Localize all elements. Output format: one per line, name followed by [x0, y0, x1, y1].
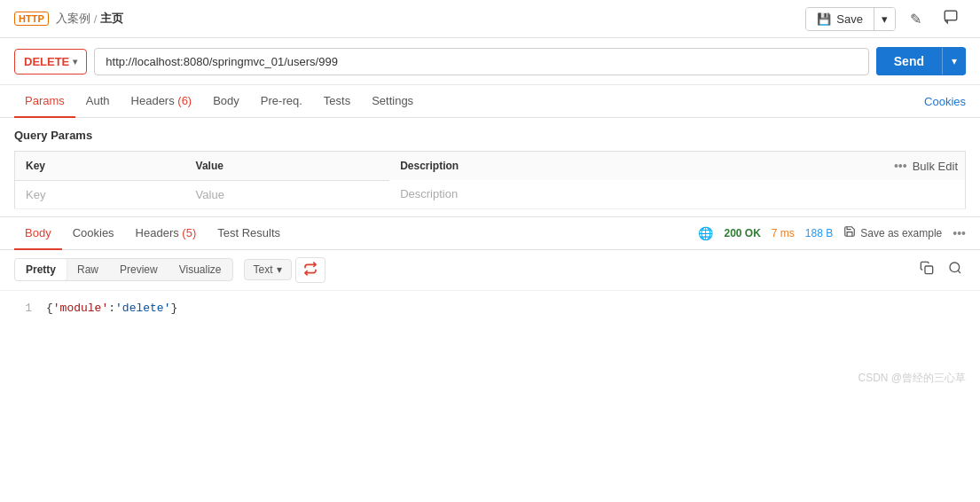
- key-placeholder: Key: [26, 188, 45, 201]
- url-input-wrapper: [94, 48, 868, 75]
- response-section: Body Cookies Headers (5) Test Results 🌐 …: [0, 216, 980, 362]
- res-tab-cookies-label: Cookies: [73, 226, 114, 239]
- wrap-icon: [303, 264, 318, 278]
- res-actions: [916, 257, 966, 282]
- type-label: Text: [254, 263, 273, 276]
- format-preview-button[interactable]: Preview: [109, 259, 169, 280]
- tab-body-label: Body: [213, 94, 239, 107]
- response-time: 7 ms: [772, 227, 795, 239]
- url-bar: DELETE ▾ Send ▾: [0, 38, 980, 85]
- code-line-1: 1 {'module':'delete'}: [14, 302, 966, 315]
- comment-button[interactable]: [936, 5, 966, 32]
- res-tab-headers-label: Headers (5): [136, 226, 197, 239]
- col-value: Value: [185, 152, 390, 181]
- svg-line-3: [958, 271, 960, 273]
- edit-button[interactable]: ✎: [903, 7, 929, 31]
- search-button[interactable]: [945, 257, 966, 282]
- value-cell: Value: [185, 180, 390, 208]
- wrap-button[interactable]: [295, 257, 325, 283]
- response-more-button[interactable]: •••: [953, 226, 966, 240]
- col-key: Key: [15, 152, 185, 181]
- res-tab-body-label: Body: [25, 226, 51, 239]
- svg-rect-0: [945, 11, 957, 20]
- tab-headers-label: Headers (6): [131, 94, 192, 107]
- col-desc-label: Description: [400, 160, 459, 172]
- save-floppy-icon: 💾: [817, 12, 831, 26]
- desc-placeholder: Description: [400, 187, 458, 200]
- save-example-button[interactable]: Save as example: [843, 225, 942, 240]
- desc-cell: Description: [389, 180, 965, 208]
- res-tab-body[interactable]: Body: [14, 217, 62, 250]
- params-table: Key Value Description ••• Bulk Edit Key …: [14, 151, 966, 209]
- res-tab-headers[interactable]: Headers (5): [125, 217, 208, 250]
- send-button[interactable]: Send: [876, 47, 942, 75]
- save-example-label: Save as example: [860, 227, 942, 239]
- save-example-icon: [843, 225, 856, 240]
- response-size: 188 B: [805, 227, 833, 239]
- globe-icon: 🌐: [698, 226, 713, 240]
- save-btn-group: 💾 Save ▾: [805, 7, 896, 31]
- tab-auth[interactable]: Auth: [75, 85, 121, 118]
- top-bar: HTTP 入案例 / 主页 💾 Save ▾ ✎: [0, 0, 980, 38]
- copy-button[interactable]: [916, 257, 937, 282]
- request-tabs: Params Auth Headers (6) Body Pre-req. Te…: [0, 85, 980, 118]
- send-dropdown-button[interactable]: ▾: [942, 48, 966, 75]
- save-button[interactable]: 💾 Save: [806, 8, 874, 30]
- http-badge: HTTP: [14, 12, 49, 26]
- res-tab-cookies[interactable]: Cookies: [62, 217, 125, 250]
- cookies-link[interactable]: Cookies: [924, 86, 966, 117]
- save-dropdown-button[interactable]: ▾: [874, 8, 895, 30]
- type-chevron-icon: ▾: [277, 263, 282, 276]
- key-cell: Key: [15, 180, 185, 208]
- tab-tests-label: Tests: [324, 94, 350, 107]
- tab-params[interactable]: Params: [14, 85, 75, 118]
- send-btn-group: Send ▾: [876, 47, 966, 75]
- response-meta: 🌐 200 OK 7 ms 188 B Save as example •••: [698, 225, 966, 240]
- status-badge: 200 OK: [724, 227, 760, 239]
- top-bar-actions: 💾 Save ▾ ✎: [805, 5, 966, 32]
- format-tabs: Pretty Raw Preview Visualize: [14, 258, 233, 281]
- code-area: 1 {'module':'delete'}: [0, 291, 980, 362]
- code-content: {'module':'delete'}: [46, 302, 177, 315]
- response-body-toolbar: Pretty Raw Preview Visualize Text ▾: [0, 250, 980, 291]
- edit-icon: ✎: [910, 12, 921, 27]
- breadcrumb-part1: 入案例: [56, 11, 90, 27]
- breadcrumb-current: 主页: [100, 11, 123, 27]
- line-number: 1: [14, 302, 32, 315]
- url-input[interactable]: [106, 55, 857, 68]
- format-pretty-button[interactable]: Pretty: [15, 259, 67, 280]
- table-row: Key Value Description: [15, 180, 966, 208]
- send-label: Send: [894, 54, 924, 68]
- res-tab-test-results-label: Test Results: [217, 226, 280, 239]
- params-section: Query Params Key Value Description ••• B…: [0, 118, 980, 209]
- breadcrumb: 入案例 / 主页: [56, 11, 124, 27]
- tab-headers[interactable]: Headers (6): [121, 85, 203, 118]
- breadcrumb-separator: /: [94, 12, 98, 26]
- bulk-edit-button[interactable]: Bulk Edit: [913, 160, 958, 173]
- query-params-title: Query Params: [14, 129, 966, 142]
- tab-body[interactable]: Body: [202, 85, 250, 118]
- format-raw-button[interactable]: Raw: [67, 259, 109, 280]
- svg-rect-1: [925, 266, 933, 274]
- col-description: Description ••• Bulk Edit: [389, 152, 965, 180]
- method-chevron-icon: ▾: [73, 57, 77, 67]
- type-dropdown[interactable]: Text ▾: [244, 259, 292, 280]
- cookies-label: Cookies: [924, 95, 966, 108]
- tab-prereq[interactable]: Pre-req.: [250, 85, 313, 118]
- svg-point-2: [950, 263, 960, 272]
- response-tabs-bar: Body Cookies Headers (5) Test Results 🌐 …: [0, 217, 980, 250]
- method-selector[interactable]: DELETE ▾: [14, 49, 87, 75]
- tab-settings-label: Settings: [372, 94, 413, 107]
- method-label: DELETE: [24, 55, 69, 68]
- tab-auth-label: Auth: [86, 94, 110, 107]
- comment-icon: [943, 12, 959, 27]
- tab-settings[interactable]: Settings: [361, 85, 424, 118]
- watermark: CSDN @曾经的三心草: [0, 362, 980, 395]
- tab-tests[interactable]: Tests: [313, 85, 361, 118]
- res-tab-test-results[interactable]: Test Results: [207, 217, 291, 250]
- more-options-button[interactable]: •••: [894, 159, 907, 173]
- value-placeholder: Value: [196, 188, 224, 201]
- format-visualize-button[interactable]: Visualize: [169, 259, 232, 280]
- tab-prereq-label: Pre-req.: [261, 94, 302, 107]
- tab-params-label: Params: [25, 94, 65, 107]
